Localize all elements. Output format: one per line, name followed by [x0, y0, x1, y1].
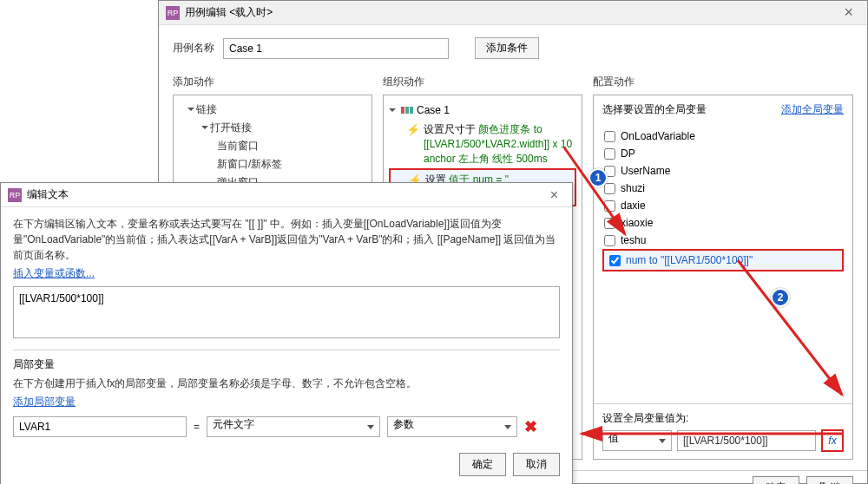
var-item[interactable]: teshu [602, 232, 844, 249]
local-var-desc: 在下方创建用于插入fx的局部变量，局部变量名称必须是字母、数字，不允许包含空格。 [13, 376, 560, 391]
edit-text-titlebar: RP 编辑文本 × [1, 183, 572, 207]
bolt-icon: ⚡ [406, 122, 420, 138]
equals-sign: = [194, 421, 200, 433]
add-local-var-link[interactable]: 添加局部变量 [13, 395, 560, 409]
add-action-header: 添加动作 [173, 71, 372, 95]
app-icon: RP [8, 188, 22, 202]
configure-action-header: 配置动作 [593, 71, 853, 95]
cancel-button[interactable]: 取消 [513, 453, 560, 476]
case-name-label: 用例名称 [173, 41, 214, 56]
local-var-target-select[interactable]: 参数 [387, 416, 517, 437]
local-var-name-input[interactable] [13, 416, 187, 437]
organize-action-header: 组织动作 [383, 71, 582, 95]
edit-text-dialog: RP 编辑文本 × 在下方编辑区输入文本，变量名称或表达式要写在 "[[ ]]"… [0, 182, 573, 484]
global-var-list: OnLoadVariable DP UserName shuzi daxie x… [594, 124, 852, 403]
case-icon [401, 107, 413, 114]
tree-arrow-icon [389, 108, 396, 112]
insert-var-link[interactable]: 插入变量或函数... [13, 266, 560, 281]
tree-sub[interactable]: 打开链接 [179, 119, 366, 137]
add-global-var-link[interactable]: 添加全局变量 [781, 102, 844, 117]
window-title: 用例编辑 <载入时> [185, 5, 273, 20]
add-condition-button[interactable]: 添加条件 [475, 37, 539, 59]
var-checkbox[interactable] [604, 131, 615, 142]
var-item[interactable]: shuzi [602, 180, 844, 197]
var-checkbox[interactable] [604, 183, 615, 194]
local-var-type-select[interactable]: 元件文字 [207, 416, 380, 437]
ok-button[interactable]: 确定 [753, 476, 799, 484]
edit-text-title: 编辑文本 [27, 187, 69, 202]
configure-action-column: 配置动作 选择要设置的全局变量 添加全局变量 OnLoadVariable DP… [593, 71, 853, 460]
var-checkbox[interactable] [609, 255, 621, 266]
var-checkbox[interactable] [604, 200, 615, 212]
fx-button[interactable]: fx [821, 429, 844, 452]
var-checkbox[interactable] [604, 218, 615, 229]
local-var-row: = 元件文字 参数 ✖ [13, 416, 560, 437]
app-icon: RP [166, 6, 180, 20]
var-item-checked[interactable]: num to "[[LVAR1/500*100]]" [602, 249, 844, 271]
var-item[interactable]: OnLoadVariable [602, 128, 844, 145]
delete-icon[interactable]: ✖ [524, 417, 537, 436]
cancel-button[interactable]: 取消 [806, 476, 853, 484]
action-row[interactable]: ⚡ 设置尺寸于 颜色进度条 to [[LVAR1/500*LVAR2.width… [389, 120, 576, 168]
tree-leaf[interactable]: 当前窗口 [179, 137, 366, 155]
close-icon[interactable]: × [837, 3, 860, 22]
select-var-label: 选择要设置的全局变量 [602, 102, 707, 117]
tree-arrow-icon [201, 126, 208, 129]
var-checkbox[interactable] [604, 235, 615, 246]
annotation-badge-1: 1 [589, 168, 608, 187]
ok-button[interactable]: 确定 [459, 453, 506, 476]
var-item[interactable]: DP [602, 145, 844, 162]
case-name-row: 用例名称 添加条件 [159, 25, 867, 71]
tree-root[interactable]: 链接 [179, 101, 366, 119]
edit-text-desc: 在下方编辑区输入文本，变量名称或表达式要写在 "[[ ]]" 中。例如：插入变量… [13, 216, 560, 263]
configure-body: 选择要设置的全局变量 添加全局变量 OnLoadVariable DP User… [593, 95, 853, 460]
tree-leaf[interactable]: 新窗口/新标签 [179, 155, 366, 173]
var-item[interactable]: xiaoxie [602, 214, 844, 232]
annotation-badge-2: 2 [771, 288, 790, 307]
value-type-select[interactable]: 值 [602, 430, 672, 451]
close-icon[interactable]: × [543, 187, 565, 203]
local-var-header: 局部变量 [13, 350, 560, 372]
titlebar: RP 用例编辑 <载入时> × [159, 1, 867, 25]
var-item[interactable]: UserName [602, 162, 844, 180]
value-input[interactable] [677, 430, 816, 451]
expression-textarea[interactable]: [[LVAR1/500*100]] [13, 286, 560, 338]
var-item[interactable]: daxie [602, 197, 844, 214]
case-node[interactable]: Case 1 [389, 101, 576, 120]
tree-arrow-icon [187, 108, 194, 111]
var-checkbox[interactable] [604, 148, 615, 160]
set-value-label: 设置全局变量值为: [602, 411, 844, 426]
case-name-input[interactable] [223, 38, 449, 59]
